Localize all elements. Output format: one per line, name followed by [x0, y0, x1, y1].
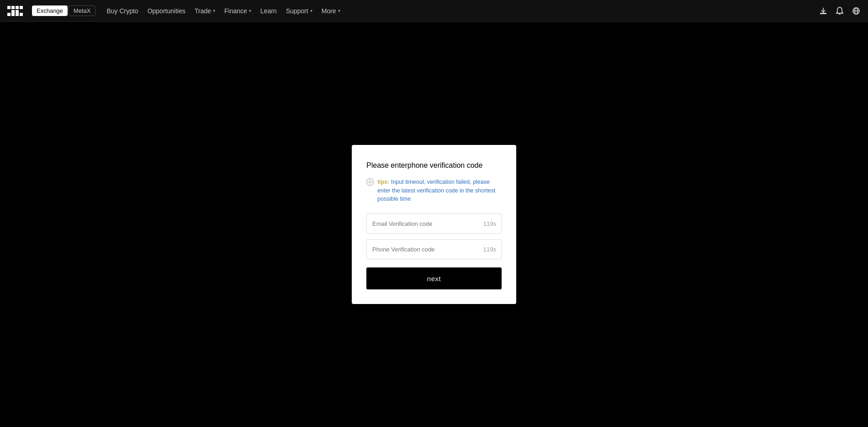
tab-buttons: Exchange MetaX — [32, 5, 95, 16]
nav-support[interactable]: Support ▾ — [286, 7, 312, 15]
modal-title: Please enterphone verification code — [366, 161, 502, 170]
svg-rect-0 — [7, 6, 11, 9]
tip-text: tips: Input timeout, verification failed… — [377, 178, 502, 203]
nav-finance[interactable]: Finance ▾ — [224, 7, 251, 15]
tip-warning-icon: ⊙ — [366, 178, 374, 186]
download-icon[interactable] — [819, 6, 828, 16]
nav-right-icons — [819, 6, 861, 16]
nav-buy-crypto[interactable]: Buy Crypto — [106, 7, 138, 15]
tip-label: tips: — [377, 179, 389, 185]
trade-chevron-icon: ▾ — [213, 8, 215, 13]
email-verification-input[interactable] — [366, 214, 502, 234]
tab-metax-button[interactable]: MetaX — [69, 5, 96, 16]
svg-rect-5 — [16, 10, 19, 13]
svg-rect-9 — [20, 13, 23, 16]
svg-rect-2 — [16, 6, 19, 9]
nav-links: Buy Crypto Opportunities Trade ▾ Finance… — [106, 7, 815, 15]
main-content: Please enterphone verification code ⊙ ti… — [0, 22, 868, 427]
more-chevron-icon: ▾ — [338, 8, 340, 13]
nav-more[interactable]: More ▾ — [322, 7, 340, 15]
nav-trade[interactable]: Trade ▾ — [195, 7, 215, 15]
svg-rect-10 — [820, 13, 826, 14]
okx-logo-icon — [7, 5, 24, 16]
svg-rect-7 — [11, 13, 15, 16]
svg-rect-6 — [7, 13, 11, 16]
svg-rect-3 — [20, 6, 23, 9]
tip-body: Input timeout, verification failed, plea… — [377, 179, 495, 203]
phone-timer-badge: 119s — [483, 246, 496, 253]
phone-verification-input[interactable] — [366, 239, 502, 259]
next-button[interactable]: next — [366, 267, 502, 289]
email-verification-group: 119s — [366, 214, 502, 234]
bell-icon[interactable] — [835, 6, 844, 16]
verification-modal: Please enterphone verification code ⊙ ti… — [352, 145, 516, 304]
logo — [7, 5, 24, 16]
globe-icon[interactable] — [852, 6, 861, 16]
email-timer-badge: 119s — [483, 220, 496, 227]
nav-learn[interactable]: Learn — [260, 7, 277, 15]
svg-rect-8 — [16, 13, 19, 16]
tab-exchange-button[interactable]: Exchange — [32, 5, 68, 16]
navbar: Exchange MetaX Buy Crypto Opportunities … — [0, 0, 868, 22]
finance-chevron-icon: ▾ — [249, 8, 251, 13]
svg-rect-4 — [11, 10, 15, 13]
nav-opportunities[interactable]: Opportunities — [148, 7, 185, 15]
support-chevron-icon: ▾ — [310, 8, 312, 13]
svg-rect-1 — [11, 6, 15, 9]
phone-verification-group: 119s — [366, 239, 502, 259]
tip-box: ⊙ tips: Input timeout, verification fail… — [366, 178, 502, 203]
